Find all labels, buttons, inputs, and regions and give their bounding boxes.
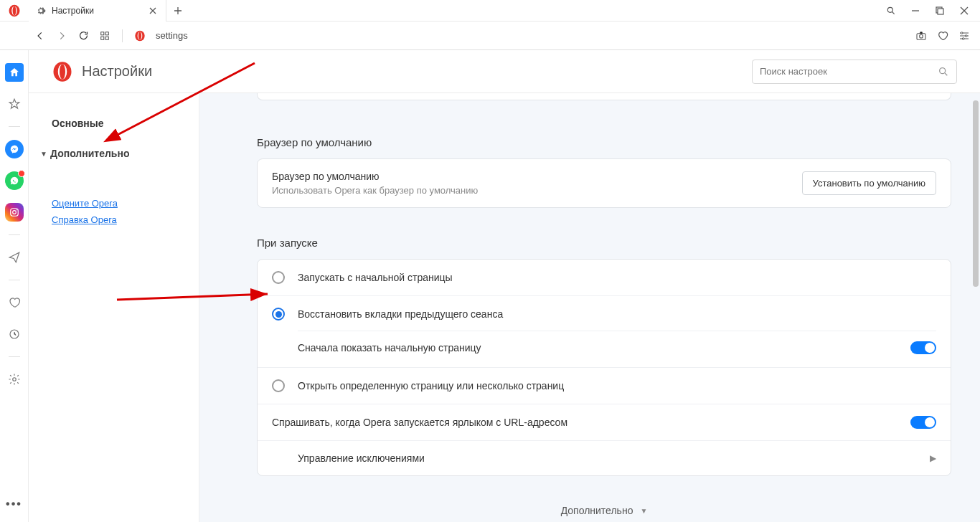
heart-icon — [8, 296, 21, 309]
rail-home[interactable] — [5, 63, 24, 82]
svg-point-15 — [961, 32, 963, 34]
forward-button[interactable] — [56, 30, 67, 42]
gear-icon — [36, 6, 46, 16]
rail-separator — [9, 356, 20, 357]
svg-point-22 — [12, 378, 16, 381]
toolbar: settings — [0, 22, 980, 50]
startup-option-3[interactable]: Открыть определенную страницу или нескол… — [258, 367, 951, 404]
radio-checked-icon — [272, 308, 285, 321]
section-on-startup: При запуске — [257, 237, 951, 249]
nav-basic[interactable]: Основные — [29, 112, 199, 135]
startup-option-1[interactable]: Запускать с начальной страницы — [258, 260, 951, 295]
app-body: ••• Настройки Основные ▼Дополнительно Оц… — [0, 50, 980, 522]
svg-point-17 — [962, 37, 964, 39]
nav-rate-link[interactable]: Оцените Opera — [29, 198, 199, 209]
settings-search-input[interactable] — [760, 66, 932, 77]
rail-settings[interactable] — [5, 370, 24, 389]
window-minimize[interactable] — [910, 5, 921, 16]
opera-icon — [8, 4, 21, 17]
nav-advanced[interactable]: ▼Дополнительно — [29, 142, 199, 165]
separator — [122, 29, 123, 42]
search-icon — [938, 66, 949, 77]
nav-help-link[interactable]: Справка Opera — [29, 214, 199, 225]
rail-more-button[interactable]: ••• — [6, 498, 22, 511]
window-maximize[interactable] — [934, 5, 946, 16]
chevron-right-icon: ▶ — [930, 453, 936, 463]
opera-icon — [52, 61, 73, 82]
startup-ask-url[interactable]: Спрашивать, когда Opera запускается ярлы… — [258, 404, 951, 440]
snapshot-button[interactable] — [915, 30, 927, 42]
back-button[interactable] — [34, 30, 46, 42]
set-default-button[interactable]: Установить по умолчанию — [802, 171, 936, 195]
address-text[interactable]: settings — [156, 30, 188, 41]
home-icon — [9, 67, 20, 78]
card-default-browser: Браузер по умолчанию Использовать Opera … — [257, 158, 951, 208]
settings-content[interactable]: Браузер по умолчанию Браузер по умолчани… — [199, 93, 980, 522]
rail-instagram[interactable] — [5, 203, 24, 222]
toggle-on-icon[interactable] — [910, 416, 936, 429]
maximize-icon — [936, 6, 944, 15]
svg-point-14 — [920, 34, 923, 38]
startup-option-3-label: Открыть определенную страницу или нескол… — [298, 380, 564, 392]
rail-bookmarks[interactable] — [5, 95, 24, 113]
startup-show-start-first[interactable]: Сначала показать начальную страницу — [298, 331, 936, 364]
opera-logo — [52, 61, 73, 82]
svg-rect-8 — [101, 37, 104, 39]
content-more-button[interactable]: Дополнительно ▼ — [257, 476, 951, 522]
reload-icon — [78, 30, 89, 41]
svg-point-25 — [60, 64, 65, 79]
settings-page: Настройки Основные ▼Дополнительно Оценит… — [29, 50, 980, 522]
opera-icon — [134, 30, 146, 42]
svg-point-16 — [965, 34, 967, 37]
messenger-icon — [9, 144, 19, 154]
rail-separator — [9, 234, 20, 235]
startup-option-2[interactable]: Восстановить вкладки предыдущего сеанса — [272, 308, 936, 321]
site-identity-icon[interactable] — [134, 30, 146, 42]
startup-show-start-first-label: Сначала показать начальную страницу — [298, 342, 481, 353]
caret-down-icon: ▼ — [640, 507, 647, 515]
toggle-on-icon[interactable] — [910, 341, 936, 354]
tab-settings[interactable]: Настройки — [29, 0, 166, 22]
rail-history[interactable] — [5, 325, 24, 343]
rail-separator — [9, 280, 20, 280]
scrollbar-thumb[interactable] — [973, 100, 979, 287]
radio-icon — [272, 379, 285, 392]
startup-option-1-label: Запускать с начальной страницы — [298, 272, 453, 283]
radio-icon — [272, 271, 285, 284]
chevron-right-icon — [57, 31, 67, 41]
startup-exceptions-label: Управление исключениями — [272, 452, 425, 464]
rail-personal[interactable] — [5, 293, 24, 312]
opera-menu-button[interactable] — [0, 4, 29, 17]
card-on-startup: Запускать с начальной страницы Восстанов… — [257, 259, 951, 476]
speed-dial-button[interactable] — [99, 30, 110, 42]
minimize-icon — [911, 6, 920, 15]
window-close[interactable] — [958, 5, 970, 16]
sliders-icon — [958, 30, 970, 42]
row-default-browser: Браузер по умолчанию Использовать Opera … — [258, 159, 951, 207]
rail-flow[interactable] — [5, 248, 24, 267]
reload-button[interactable] — [77, 30, 89, 42]
camera-icon — [915, 30, 927, 42]
tab-title: Настройки — [52, 6, 94, 16]
svg-point-3 — [887, 7, 892, 12]
new-tab-button[interactable] — [166, 6, 189, 15]
settings-body: Основные ▼Дополнительно Оцените Opera Сп… — [29, 93, 980, 522]
chevron-left-icon — [35, 31, 45, 41]
tab-search-button[interactable] — [885, 5, 897, 16]
settings-search[interactable] — [752, 60, 957, 84]
bookmark-button[interactable] — [937, 30, 948, 42]
gear-icon — [8, 373, 21, 386]
startup-option-2-label: Восстановить вкладки предыдущего сеанса — [298, 308, 503, 320]
rail-messenger[interactable] — [5, 140, 24, 158]
tab-strip: Настройки — [0, 0, 980, 22]
tab-close-button[interactable] — [147, 5, 159, 16]
rail-whatsapp[interactable] — [5, 171, 24, 190]
paper-plane-icon — [8, 251, 21, 264]
nav-advanced-label: Дополнительно — [50, 148, 129, 159]
startup-exceptions[interactable]: Управление исключениями ▶ — [258, 440, 951, 475]
svg-point-26 — [940, 67, 946, 73]
svg-rect-9 — [105, 37, 108, 39]
card-stub — [257, 93, 951, 100]
easy-setup-button[interactable] — [958, 30, 970, 42]
grid-icon — [100, 31, 110, 41]
